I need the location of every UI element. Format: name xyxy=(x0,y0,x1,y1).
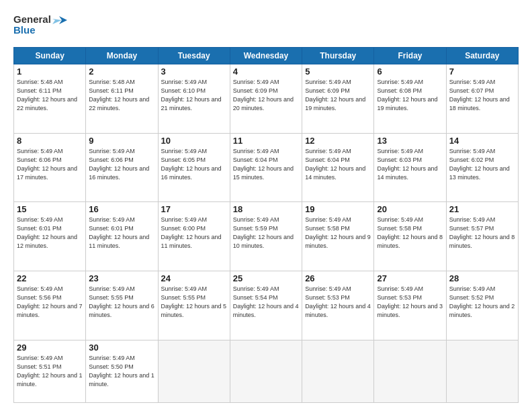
day-info: Sunrise: 5:49 AMSunset: 6:07 PMDaylight:… xyxy=(449,78,515,113)
day-info: Sunrise: 5:49 AMSunset: 5:52 PMDaylight:… xyxy=(449,285,515,320)
svg-text:Blue: Blue xyxy=(13,24,36,36)
day-number: 29 xyxy=(17,342,83,353)
calendar-cell: 25Sunrise: 5:49 AMSunset: 5:54 PMDayligh… xyxy=(230,271,302,340)
day-info: Sunrise: 5:49 AMSunset: 5:53 PMDaylight:… xyxy=(305,285,371,320)
day-info: Sunrise: 5:49 AMSunset: 6:01 PMDaylight:… xyxy=(17,216,83,250)
day-info: Sunrise: 5:49 AMSunset: 6:06 PMDaylight:… xyxy=(89,147,154,182)
calendar-cell: 30Sunrise: 5:49 AMSunset: 5:50 PMDayligh… xyxy=(86,340,158,402)
day-number: 30 xyxy=(89,342,154,353)
calendar-cell: 12Sunrise: 5:49 AMSunset: 6:04 PMDayligh… xyxy=(302,133,374,202)
svg-text:General: General xyxy=(13,13,51,25)
day-info: Sunrise: 5:49 AMSunset: 6:06 PMDaylight:… xyxy=(17,147,83,182)
calendar-cell: 27Sunrise: 5:49 AMSunset: 5:53 PMDayligh… xyxy=(374,271,446,340)
day-number: 21 xyxy=(449,204,515,214)
day-header-sunday: Sunday xyxy=(14,48,86,64)
calendar-cell: 22Sunrise: 5:49 AMSunset: 5:56 PMDayligh… xyxy=(14,271,86,340)
day-info: Sunrise: 5:49 AMSunset: 6:10 PMDaylight:… xyxy=(161,78,227,113)
day-info: Sunrise: 5:49 AMSunset: 6:03 PMDaylight:… xyxy=(377,147,443,182)
calendar-cell: 17Sunrise: 5:49 AMSunset: 6:00 PMDayligh… xyxy=(158,202,230,271)
day-header-tuesday: Tuesday xyxy=(158,48,230,64)
day-info: Sunrise: 5:48 AMSunset: 6:11 PMDaylight:… xyxy=(89,78,154,113)
day-info: Sunrise: 5:49 AMSunset: 5:55 PMDaylight:… xyxy=(161,285,227,320)
day-info: Sunrise: 5:49 AMSunset: 6:01 PMDaylight:… xyxy=(89,216,154,250)
day-info: Sunrise: 5:49 AMSunset: 6:04 PMDaylight:… xyxy=(233,147,299,182)
calendar-cell: 9Sunrise: 5:49 AMSunset: 6:06 PMDaylight… xyxy=(86,133,158,202)
calendar-cell: 23Sunrise: 5:49 AMSunset: 5:55 PMDayligh… xyxy=(86,271,158,340)
calendar-week-4: 22Sunrise: 5:49 AMSunset: 5:56 PMDayligh… xyxy=(14,271,519,340)
day-info: Sunrise: 5:49 AMSunset: 6:09 PMDaylight:… xyxy=(233,78,299,113)
calendar-cell: 1Sunrise: 5:48 AMSunset: 6:11 PMDaylight… xyxy=(14,64,86,134)
day-number: 10 xyxy=(161,136,227,146)
calendar-table: SundayMondayTuesdayWednesdayThursdayFrid… xyxy=(13,47,519,403)
day-header-saturday: Saturday xyxy=(446,48,518,64)
day-of-week-row: SundayMondayTuesdayWednesdayThursdayFrid… xyxy=(14,48,519,64)
day-number: 14 xyxy=(449,136,515,146)
header: General Blue xyxy=(13,11,519,42)
day-number: 23 xyxy=(89,273,154,283)
day-number: 7 xyxy=(449,66,515,77)
calendar-cell: 18Sunrise: 5:49 AMSunset: 5:59 PMDayligh… xyxy=(230,202,302,271)
day-info: Sunrise: 5:49 AMSunset: 6:02 PMDaylight:… xyxy=(449,147,515,182)
day-info: Sunrise: 5:49 AMSunset: 6:00 PMDaylight:… xyxy=(161,216,227,250)
day-number: 13 xyxy=(377,136,443,146)
calendar-cell: 4Sunrise: 5:49 AMSunset: 6:09 PMDaylight… xyxy=(230,64,302,134)
day-header-friday: Friday xyxy=(374,48,446,64)
day-info: Sunrise: 5:49 AMSunset: 6:08 PMDaylight:… xyxy=(377,78,443,113)
day-info: Sunrise: 5:49 AMSunset: 5:56 PMDaylight:… xyxy=(17,285,83,320)
day-number: 1 xyxy=(17,66,83,77)
page: General Blue SundayMondayTuesdayWednesda… xyxy=(0,0,532,411)
day-number: 3 xyxy=(161,66,227,77)
day-number: 2 xyxy=(89,66,154,77)
day-number: 20 xyxy=(377,204,443,214)
calendar-cell: 14Sunrise: 5:49 AMSunset: 6:02 PMDayligh… xyxy=(446,133,518,202)
calendar-cell: 19Sunrise: 5:49 AMSunset: 5:58 PMDayligh… xyxy=(302,202,374,271)
day-number: 24 xyxy=(161,273,227,283)
calendar-cell: 5Sunrise: 5:49 AMSunset: 6:09 PMDaylight… xyxy=(302,64,374,134)
day-info: Sunrise: 5:49 AMSunset: 5:51 PMDaylight:… xyxy=(17,354,83,389)
day-info: Sunrise: 5:49 AMSunset: 6:09 PMDaylight:… xyxy=(305,78,371,113)
day-info: Sunrise: 5:49 AMSunset: 5:53 PMDaylight:… xyxy=(377,285,443,320)
day-info: Sunrise: 5:49 AMSunset: 5:54 PMDaylight:… xyxy=(233,285,299,320)
logo: General Blue xyxy=(13,11,67,42)
day-info: Sunrise: 5:49 AMSunset: 5:58 PMDaylight:… xyxy=(377,216,443,250)
day-number: 16 xyxy=(89,204,154,214)
day-info: Sunrise: 5:49 AMSunset: 6:05 PMDaylight:… xyxy=(161,147,227,182)
calendar-cell: 10Sunrise: 5:49 AMSunset: 6:05 PMDayligh… xyxy=(158,133,230,202)
calendar-cell: 11Sunrise: 5:49 AMSunset: 6:04 PMDayligh… xyxy=(230,133,302,202)
day-number: 19 xyxy=(305,204,371,214)
calendar-cell: 13Sunrise: 5:49 AMSunset: 6:03 PMDayligh… xyxy=(374,133,446,202)
day-number: 22 xyxy=(17,273,83,283)
calendar-cell: 24Sunrise: 5:49 AMSunset: 5:55 PMDayligh… xyxy=(158,271,230,340)
calendar-cell xyxy=(374,340,446,402)
day-number: 18 xyxy=(233,204,299,214)
day-number: 4 xyxy=(233,66,299,77)
calendar-cell: 26Sunrise: 5:49 AMSunset: 5:53 PMDayligh… xyxy=(302,271,374,340)
day-header-wednesday: Wednesday xyxy=(230,48,302,64)
calendar-cell xyxy=(230,340,302,402)
day-number: 9 xyxy=(89,136,154,146)
day-number: 28 xyxy=(449,273,515,283)
calendar-week-5: 29Sunrise: 5:49 AMSunset: 5:51 PMDayligh… xyxy=(14,340,519,402)
day-number: 15 xyxy=(17,204,83,214)
day-info: Sunrise: 5:49 AMSunset: 5:55 PMDaylight:… xyxy=(89,285,154,320)
day-number: 25 xyxy=(233,273,299,283)
day-number: 27 xyxy=(377,273,443,283)
calendar-cell xyxy=(446,340,518,402)
day-info: Sunrise: 5:49 AMSunset: 5:57 PMDaylight:… xyxy=(449,216,515,250)
logo-text: General Blue xyxy=(13,11,67,42)
calendar-cell: 15Sunrise: 5:49 AMSunset: 6:01 PMDayligh… xyxy=(14,202,86,271)
calendar-week-2: 8Sunrise: 5:49 AMSunset: 6:06 PMDaylight… xyxy=(14,133,519,202)
calendar-week-1: 1Sunrise: 5:48 AMSunset: 6:11 PMDaylight… xyxy=(14,64,519,134)
day-number: 26 xyxy=(305,273,371,283)
calendar-cell: 21Sunrise: 5:49 AMSunset: 5:57 PMDayligh… xyxy=(446,202,518,271)
calendar-week-3: 15Sunrise: 5:49 AMSunset: 6:01 PMDayligh… xyxy=(14,202,519,271)
calendar-cell: 16Sunrise: 5:49 AMSunset: 6:01 PMDayligh… xyxy=(86,202,158,271)
day-info: Sunrise: 5:49 AMSunset: 6:04 PMDaylight:… xyxy=(305,147,371,182)
calendar-cell: 2Sunrise: 5:48 AMSunset: 6:11 PMDaylight… xyxy=(86,64,158,134)
day-number: 8 xyxy=(17,136,83,146)
calendar-cell xyxy=(302,340,374,402)
day-number: 5 xyxy=(305,66,371,77)
day-number: 11 xyxy=(233,136,299,146)
day-header-monday: Monday xyxy=(86,48,158,64)
day-info: Sunrise: 5:49 AMSunset: 5:50 PMDaylight:… xyxy=(89,354,154,389)
